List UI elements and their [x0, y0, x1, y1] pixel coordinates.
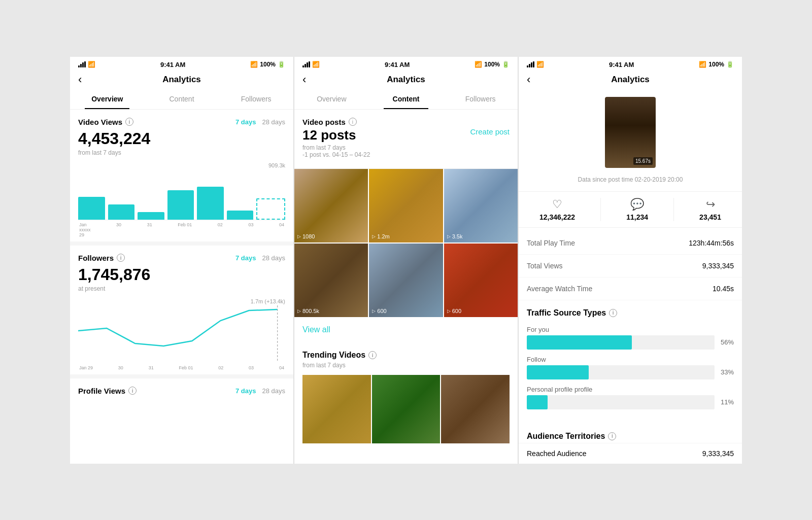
tab-overview-2[interactable]: Overview	[294, 89, 369, 109]
status-right-3: 📶 100% 🔋	[699, 61, 734, 68]
tab-followers-2[interactable]: Followers	[443, 89, 518, 109]
nav-header-1: ‹ Analytics	[70, 71, 293, 89]
video-count-4: ▷ 800.5k	[297, 308, 319, 314]
followers-title: Followers i	[78, 254, 125, 262]
traffic-info-icon[interactable]: i	[609, 309, 617, 317]
traffic-row-follow: Follow 33%	[527, 356, 734, 379]
signal-icon-2	[302, 61, 310, 67]
traffic-bar-row-profile: 11%	[527, 395, 734, 409]
status-time-3: 9:41 AM	[609, 61, 634, 68]
wifi-icon-2: 📶	[312, 61, 320, 68]
video-thumb-5[interactable]: ▷ 600	[369, 244, 443, 317]
detail-total-views: Total Views 9,333,345	[519, 255, 742, 278]
nav-header-3: ‹ Analytics	[519, 71, 742, 89]
video-thumb-6[interactable]: ▷ 600	[444, 244, 518, 317]
view-all-button[interactable]: View all	[294, 317, 518, 342]
profile-views-28d[interactable]: 28 days	[262, 387, 285, 395]
signal-icon	[78, 61, 86, 67]
profile-views-info-icon[interactable]: i	[128, 387, 137, 395]
followers-period-7d[interactable]: 7 days	[235, 254, 256, 262]
trending-title: Trending Videos i	[302, 351, 510, 360]
status-left-2: 📶	[302, 61, 320, 68]
line-chart-1	[78, 305, 285, 361]
trending-info-icon[interactable]: i	[368, 351, 377, 359]
nav-title-2: Analytics	[387, 75, 425, 85]
tabs-1: Overview Content Followers	[70, 89, 293, 110]
followers-value: 1,745,876	[78, 265, 285, 284]
play-icon-4: ▷	[297, 308, 301, 314]
audience-title-row: Audience Territories i	[519, 424, 742, 443]
video-count-6: ▷ 600	[447, 308, 461, 314]
back-button-2[interactable]: ‹	[302, 73, 306, 86]
detail-avg-watch: Average Watch Time 10.45s	[519, 278, 742, 300]
video-count-3: ▷ 3.5k	[447, 233, 463, 239]
status-left-1: 📶	[78, 61, 95, 68]
bar-7	[256, 198, 285, 220]
stats-row: ♡ 12,346,222 💬 11,234 ↪ 23,451	[519, 191, 742, 228]
trending-thumb-2[interactable]	[372, 375, 441, 443]
traffic-row-profile: Personal profile profile 11%	[527, 386, 734, 409]
traffic-row-foryou: For you 56%	[527, 326, 734, 350]
video-views-title: Video Views i	[78, 118, 133, 126]
profile-views-7d[interactable]: 7 days	[235, 387, 256, 395]
video-count-1: ▷ 1080	[297, 233, 315, 239]
screen-detail: 📶 9:41 AM 📶 100% 🔋 ‹ Analytics 15.67s Da…	[519, 57, 742, 464]
traffic-bar-bg-foryou	[527, 335, 715, 350]
play-icon-5: ▷	[372, 308, 376, 314]
traffic-bar-fill-profile	[527, 395, 548, 409]
heart-icon: ♡	[552, 198, 562, 211]
bar-1	[78, 197, 105, 220]
play-time-label: Total Play Time	[527, 239, 575, 247]
stat-likes: ♡ 12,346,222	[539, 198, 575, 221]
traffic-bar-bg-profile	[527, 395, 715, 409]
followers-info-icon[interactable]: i	[117, 254, 125, 262]
status-bar-1: 📶 9:41 AM 📶 100% 🔋	[70, 57, 293, 71]
post-thumb-image[interactable]: 15.67s	[605, 97, 656, 168]
chart-top-label-1: 909.3k	[78, 162, 285, 168]
share-icon: ↪	[706, 198, 715, 211]
traffic-label-follow: Follow	[527, 356, 734, 363]
signal-bar-3	[82, 62, 84, 67]
tab-overview-1[interactable]: Overview	[70, 89, 145, 109]
avg-watch-value: 10.45s	[713, 285, 734, 293]
divider-2	[70, 374, 293, 378]
followers-x-labels: Jan 29 30 31 Feb 01 02 03 04	[78, 365, 285, 370]
followers-periods: 7 days 28 days	[235, 254, 285, 262]
video-posts-header: Video posts i 12 posts from last 7 days …	[294, 110, 518, 169]
status-time-2: 9:41 AM	[385, 61, 410, 68]
create-post-button[interactable]: Create post	[470, 127, 510, 136]
total-views-label: Total Views	[527, 262, 563, 270]
video-thumb-4[interactable]: ▷ 800.5k	[294, 244, 368, 317]
thumb-venice-bg	[369, 244, 443, 317]
play-icon-3: ▷	[447, 234, 451, 239]
followers-header: Followers i 7 days 28 days	[78, 254, 285, 262]
back-button-3[interactable]: ‹	[527, 73, 530, 86]
video-thumb-1[interactable]: ▷ 1080	[294, 169, 368, 242]
thumb-cafe-bg	[444, 244, 518, 317]
video-posts-info-icon[interactable]: i	[349, 118, 357, 126]
video-views-info-icon[interactable]: i	[125, 118, 133, 126]
period-28d-1[interactable]: 28 days	[262, 118, 285, 126]
trending-thumb-3[interactable]	[441, 375, 510, 443]
audience-info-icon[interactable]: i	[608, 432, 616, 440]
followers-period-28d[interactable]: 28 days	[262, 254, 285, 262]
back-button-1[interactable]: ‹	[78, 73, 82, 86]
post-duration: 15.67s	[633, 157, 653, 165]
post-date: Data since post time 02-20-2019 20:00	[519, 176, 742, 183]
audience-reached-row: Reached Audience 9,333,345	[519, 443, 742, 464]
trending-thumb-1[interactable]	[302, 375, 371, 443]
video-thumb-3[interactable]: ▷ 3.5k	[444, 169, 518, 242]
video-thumb-2[interactable]: ▷ 1.2m	[369, 169, 443, 242]
tab-followers-1[interactable]: Followers	[219, 89, 293, 109]
profile-views-header: Profile Views i 7 days 28 days	[78, 387, 285, 395]
bar-4	[167, 190, 194, 219]
nav-title-3: Analytics	[611, 75, 650, 85]
tab-content-1[interactable]: Content	[145, 89, 219, 109]
tab-content-2[interactable]: Content	[369, 89, 444, 109]
thumb-food-bg	[369, 169, 443, 242]
profile-views-title: Profile Views i	[78, 387, 137, 395]
trending-meta: from last 7 days	[302, 362, 510, 369]
video-posts-title: Video posts	[302, 118, 346, 126]
period-7d-1[interactable]: 7 days	[235, 118, 256, 126]
battery-pct-3: 100%	[708, 61, 724, 68]
